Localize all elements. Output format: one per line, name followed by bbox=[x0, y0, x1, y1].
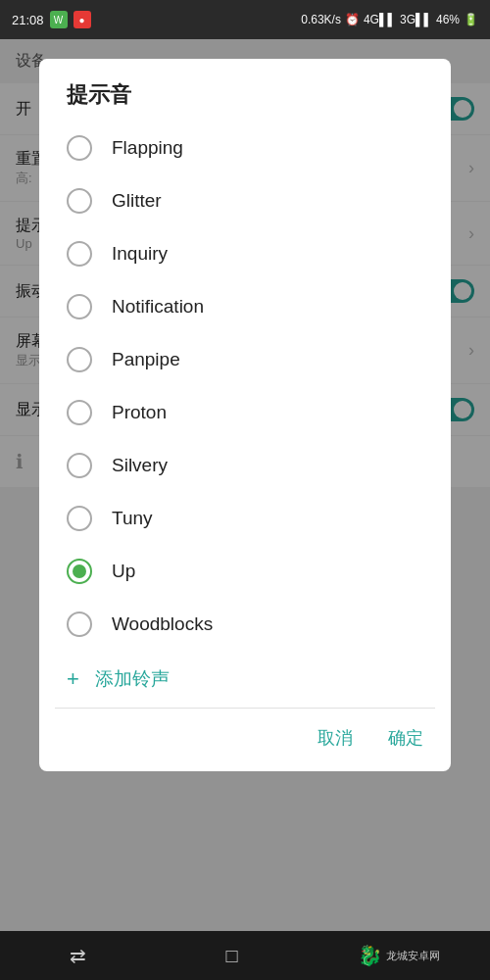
radio-circle-inquiry bbox=[67, 241, 92, 267]
dialog-overlay: 提示音 FlappingGlitterInquiryNotificationPa… bbox=[0, 39, 490, 931]
status-bar: 21:08 W ● 0.63K/s ⏰ 4G▌▌ 3G▌▌ 46% 🔋 bbox=[0, 0, 490, 39]
ringtone-item-inquiry[interactable]: Inquiry bbox=[39, 227, 451, 280]
status-speed: 0.63K/s bbox=[301, 13, 341, 26]
battery-icon: 🔋 bbox=[464, 13, 478, 26]
ringtone-list: FlappingGlitterInquiryNotificationPanpip… bbox=[39, 122, 451, 651]
red-app-icon: ● bbox=[74, 11, 91, 28]
dialog-buttons: 取消 确定 bbox=[39, 709, 451, 771]
radio-circle-proton bbox=[67, 400, 92, 425]
radio-circle-notification bbox=[67, 294, 92, 319]
radio-circle-silvery bbox=[67, 453, 92, 478]
radio-label-proton: Proton bbox=[112, 402, 167, 423]
battery-label: 46% bbox=[436, 13, 460, 26]
radio-label-tuny: Tuny bbox=[112, 508, 153, 529]
bottom-nav: ⇄ □ 🐉 龙城安卓网 bbox=[0, 931, 490, 980]
radio-label-up: Up bbox=[112, 561, 135, 582]
home-button[interactable]: □ bbox=[206, 937, 257, 975]
wechat-icon: W bbox=[50, 11, 68, 28]
radio-label-notification: Notification bbox=[112, 296, 204, 318]
settings-screen: 设备 开 重置 高: › 提示 Up › 振动 屏幕 显示 › 显示 bbox=[0, 39, 490, 931]
ringtone-item-tuny[interactable]: Tuny bbox=[39, 492, 451, 545]
ringtone-item-panpipe[interactable]: Panpipe bbox=[39, 333, 451, 386]
ringtone-item-notification[interactable]: Notification bbox=[39, 280, 451, 333]
status-left: 21:08 W ● bbox=[12, 11, 91, 28]
radio-label-flapping: Flapping bbox=[112, 137, 183, 159]
watermark-area: 🐉 龙城安卓网 bbox=[358, 944, 440, 967]
radio-circle-glitter bbox=[67, 188, 92, 214]
radio-label-panpipe: Panpipe bbox=[112, 349, 180, 370]
radio-circle-woodblocks bbox=[67, 612, 92, 637]
radio-label-woodblocks: Woodblocks bbox=[112, 613, 213, 635]
add-ringtone-label: 添加铃声 bbox=[95, 666, 170, 692]
ringtone-item-up[interactable]: Up bbox=[39, 545, 451, 598]
watermark-text: 龙城安卓网 bbox=[386, 949, 440, 963]
radio-circle-panpipe bbox=[67, 347, 92, 372]
ringtone-item-silvery[interactable]: Silvery bbox=[39, 439, 451, 492]
ringtone-dialog: 提示音 FlappingGlitterInquiryNotificationPa… bbox=[39, 59, 451, 771]
radio-circle-flapping bbox=[67, 135, 92, 161]
alarm-icon: ⏰ bbox=[345, 13, 360, 26]
radio-label-glitter: Glitter bbox=[112, 190, 162, 212]
radio-label-silvery: Silvery bbox=[112, 455, 168, 476]
back-button[interactable]: ⇄ bbox=[50, 936, 106, 975]
ringtone-item-proton[interactable]: Proton bbox=[39, 386, 451, 439]
signal-3g-icon: 3G▌▌ bbox=[400, 13, 432, 26]
dialog-title: 提示音 bbox=[39, 59, 451, 122]
ringtone-item-flapping[interactable]: Flapping bbox=[39, 122, 451, 174]
add-icon: + bbox=[67, 666, 79, 692]
ok-button[interactable]: 确定 bbox=[384, 720, 427, 756]
signal-4g-icon: 4G▌▌ bbox=[364, 13, 396, 26]
ringtone-item-glitter[interactable]: Glitter bbox=[39, 174, 451, 227]
status-right: 0.63K/s ⏰ 4G▌▌ 3G▌▌ 46% 🔋 bbox=[301, 13, 478, 26]
radio-circle-up bbox=[67, 559, 92, 584]
radio-label-inquiry: Inquiry bbox=[112, 243, 168, 265]
status-time: 21:08 bbox=[12, 13, 44, 27]
cancel-button[interactable]: 取消 bbox=[314, 720, 357, 756]
add-ringtone-row[interactable]: + 添加铃声 bbox=[39, 651, 451, 708]
radio-circle-tuny bbox=[67, 506, 92, 531]
logo-icon: 🐉 bbox=[358, 944, 382, 967]
ringtone-item-woodblocks[interactable]: Woodblocks bbox=[39, 598, 451, 651]
